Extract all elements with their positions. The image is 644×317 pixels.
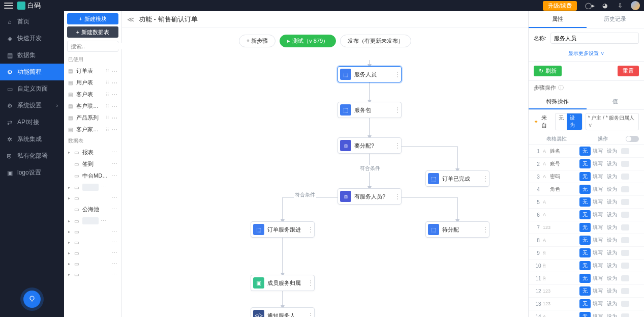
- tree-node[interactable]: ▸▭⋯: [64, 237, 121, 248]
- reset-button[interactable]: 重置: [618, 66, 639, 76]
- node-more-icon[interactable]: ⋮: [394, 106, 401, 113]
- sidebar-item-2[interactable]: ▤数据集: [0, 47, 64, 64]
- flow-node-6[interactable]: ⬚订单服务跟进⋮: [251, 221, 315, 238]
- more-settings-link[interactable]: 显示更多设置 ∨: [529, 48, 644, 61]
- download-icon[interactable]: ⇩: [616, 1, 625, 10]
- flow-node-1[interactable]: ⬚服务人员⋮: [338, 66, 402, 82]
- file-item[interactable]: ▤订单表⠿⋯: [64, 65, 121, 77]
- node-more-icon[interactable]: ⋮: [394, 193, 401, 200]
- comment-icon[interactable]: [621, 313, 629, 317]
- flow-node-5[interactable]: ⬚订单已完成⋮: [425, 170, 489, 187]
- tree-node[interactable]: ▸▭⋯: [64, 248, 121, 258]
- comment-icon[interactable]: [621, 263, 629, 269]
- op-fill[interactable]: 填写: [591, 287, 605, 295]
- refresh-button[interactable]: ↻刷新: [534, 66, 562, 76]
- comment-icon[interactable]: [621, 186, 629, 192]
- sidebar-item-0[interactable]: ⌂首页: [0, 13, 64, 30]
- op-fill[interactable]: 填写: [591, 224, 605, 231]
- flow-node-3[interactable]: ⧈要分配?⋮: [338, 137, 402, 154]
- pill-none[interactable]: 无: [579, 172, 591, 181]
- file-item[interactable]: ▤客户联系信息表⠿⋯: [64, 100, 121, 112]
- op-set[interactable]: 设为: [605, 224, 619, 231]
- avatar[interactable]: [631, 1, 640, 10]
- drag-handle-icon[interactable]: ⠿: [106, 104, 109, 109]
- comment-icon[interactable]: [621, 301, 629, 307]
- file-item[interactable]: ▤客户家庭成员表⠿⋯: [64, 124, 121, 135]
- tree-node[interactable]: ▭公海池⋯: [64, 204, 121, 215]
- test-button[interactable]: ▸测试（v 879）: [280, 35, 336, 47]
- tree-node[interactable]: ▸▭报表⋯: [64, 147, 121, 158]
- tree-node[interactable]: ▭签到⋯: [64, 158, 121, 170]
- drag-handle-icon[interactable]: ⠿: [106, 80, 109, 85]
- op-set[interactable]: 设为: [605, 300, 619, 307]
- seg-none[interactable]: 无: [556, 113, 567, 130]
- segment-control[interactable]: 无 设为: [555, 113, 582, 130]
- flow-node-4[interactable]: ⧈有服务人员?⋮: [338, 188, 402, 205]
- op-fill[interactable]: 填写: [591, 198, 605, 206]
- play-icon[interactable]: ◯▸: [585, 1, 594, 10]
- publish-button[interactable]: 发布（有更新未发布）: [340, 35, 411, 47]
- pill-none[interactable]: 无: [579, 312, 591, 317]
- op-set[interactable]: 设为: [605, 160, 619, 167]
- node-more-icon[interactable]: ⋮: [307, 226, 314, 233]
- comment-icon[interactable]: [621, 161, 629, 167]
- pill-none[interactable]: 无: [579, 210, 591, 219]
- expand-icon[interactable]: ▸: [68, 240, 72, 245]
- expand-icon[interactable]: ▸: [68, 229, 72, 234]
- node-more-icon[interactable]: ⋮: [482, 226, 489, 233]
- comment-icon[interactable]: [621, 212, 629, 218]
- pill-none[interactable]: 无: [579, 299, 591, 308]
- comment-icon[interactable]: [621, 237, 629, 243]
- tab-value[interactable]: 值: [587, 95, 645, 109]
- op-fill[interactable]: 填写: [591, 300, 605, 307]
- more-icon[interactable]: ⋯: [111, 91, 117, 98]
- comment-icon[interactable]: [621, 199, 629, 205]
- op-set[interactable]: 设为: [605, 198, 619, 206]
- op-set[interactable]: 设为: [605, 313, 619, 317]
- more-icon[interactable]: ⋯: [112, 206, 117, 213]
- expand-icon[interactable]: [68, 174, 72, 178]
- tab-special-ops[interactable]: 特殊操作: [529, 95, 587, 109]
- tree-node[interactable]: ▸▭⋯: [64, 182, 121, 193]
- drag-handle-icon[interactable]: ⠿: [106, 116, 109, 121]
- sidebar-item-7[interactable]: ✲系统集成: [0, 131, 64, 148]
- more-icon[interactable]: ⋯: [111, 68, 117, 75]
- new-table-button[interactable]: +新建数据表: [67, 26, 118, 38]
- more-icon[interactable]: ⋯: [112, 161, 117, 167]
- pill-none[interactable]: 无: [579, 236, 591, 245]
- pill-none[interactable]: 无: [579, 197, 591, 207]
- drag-handle-icon[interactable]: ⠿: [106, 92, 109, 97]
- drag-handle-icon[interactable]: ⠿: [106, 69, 109, 74]
- expand-icon[interactable]: [68, 207, 72, 212]
- more-icon[interactable]: ⋯: [112, 228, 117, 235]
- op-fill[interactable]: 填写: [591, 211, 605, 218]
- op-set[interactable]: 设为: [605, 148, 619, 155]
- flow-node-8[interactable]: ▣成员服务归属⋮: [251, 275, 315, 291]
- drag-handle-icon[interactable]: ⠿: [106, 127, 109, 132]
- new-step-button[interactable]: + 新步骤: [239, 35, 275, 47]
- name-input[interactable]: [550, 33, 639, 44]
- pill-none[interactable]: 无: [579, 261, 591, 270]
- more-icon[interactable]: ⋯: [112, 271, 117, 278]
- op-fill[interactable]: 填写: [591, 275, 605, 282]
- pill-none[interactable]: 无: [579, 248, 591, 257]
- tab-history[interactable]: 历史记录: [587, 11, 645, 28]
- expand-icon[interactable]: ▸: [68, 150, 72, 155]
- logo[interactable]: 白码: [17, 1, 41, 10]
- pill-none[interactable]: 无: [579, 185, 591, 194]
- comment-icon[interactable]: [621, 275, 629, 281]
- file-item[interactable]: ▤产品系列⠿⋯: [64, 112, 121, 124]
- op-fill[interactable]: 填写: [591, 237, 605, 244]
- node-more-icon[interactable]: ⋮: [307, 279, 314, 286]
- tab-attributes[interactable]: 属性: [529, 11, 587, 28]
- node-more-icon[interactable]: ⋮: [394, 142, 401, 149]
- flow-node-7[interactable]: ⬚待分配⋮: [425, 221, 489, 238]
- tree-node[interactable]: ▸▭⋯: [64, 215, 121, 226]
- more-icon[interactable]: ⋯: [111, 103, 117, 110]
- op-fill[interactable]: 填写: [591, 313, 605, 317]
- sidebar-item-1[interactable]: ◈快速开发: [0, 30, 64, 47]
- op-fill[interactable]: 填写: [591, 148, 605, 155]
- tree-node[interactable]: ▸▭⋯: [64, 193, 121, 204]
- expand-icon[interactable]: ▸: [68, 219, 72, 223]
- menu-icon[interactable]: [4, 1, 13, 10]
